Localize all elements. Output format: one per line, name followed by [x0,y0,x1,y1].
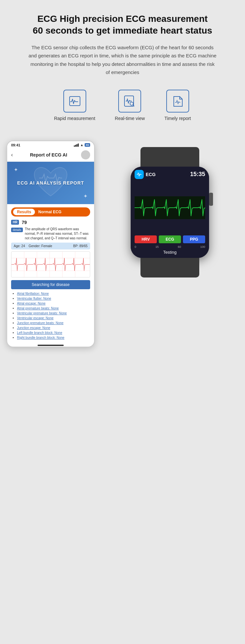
watch-buttons-row: HRV ECG PPG [135,235,205,243]
phone-bottom-bar [7,344,94,347]
patient-info-box: Age: 24 Gender: Female BP: 89/65 [11,243,90,249]
disease-link-2[interactable]: Ventricular flutter: None [17,297,51,300]
disease-item-10: Right bundle branch block: None [17,336,90,339]
scale-15: 15 [155,245,159,248]
phone-avatar [81,150,90,159]
disease-link-9[interactable]: Left bundle branch block: None [17,331,62,335]
search-disease-button[interactable]: Searching for disease [11,280,90,289]
page-description: The ECG sensor chip collects the ECG wav… [28,43,217,77]
ecg-chart [11,251,90,277]
signal-bar-1 [74,145,75,147]
phone-status-icons: ▲ 4G [74,143,90,147]
disease-list: Atrial fibrillation: None Ventricular fl… [11,292,90,339]
scale-60: 60 [178,245,181,248]
watch-container: ECG 15:35 HRV ECG [101,141,238,258]
disease-link-4[interactable]: Atrial premature beats: None [17,307,59,310]
hr-row: HR 79 [11,220,90,225]
feature-timely-report: Timely report [164,90,191,121]
details-badge[interactable]: details [11,228,23,232]
details-text: The amplitude of QRS waveform was normal… [25,227,90,241]
watch-top-bar: ECG 15:35 [135,170,205,179]
ecg-waveform-svg [11,252,90,277]
feature-label-2: Real-time view [115,116,145,121]
disease-item-7: Junction premature beats: None [17,321,90,325]
phone-time: 09:41 [11,143,20,147]
phone-status-bar: 09:41 ▲ 4G [7,141,94,148]
disease-link-10[interactable]: Right bundle branch block: None [17,336,64,339]
results-tab[interactable]: Results [13,209,35,215]
watch-ecg-button[interactable]: ECG [159,235,181,243]
watch-crown [209,193,213,206]
disease-item-5: Ventricular premature beats: None [17,311,90,315]
disease-link-1[interactable]: Atrial fibrillation: None [17,292,49,295]
watch-ecg-icon [136,172,142,177]
report-icon [171,95,184,108]
scale-100: 100 [200,245,205,248]
disease-item-2: Ventricular flutter: None [17,297,90,300]
sparkle-2: ✦ [83,193,88,199]
svg-point-2 [130,102,133,105]
signal-bars [74,143,79,147]
scale-0: 0 [135,245,136,248]
disease-link-3[interactable]: Atrial escape: None [17,302,45,305]
disease-link-8[interactable]: Junction escape: None [17,326,50,330]
normal-ecg-label: Normal ECG [38,210,61,214]
watch-testing-label: Testing [135,250,205,255]
feature-rapid-measurement: Rapid measurement [54,90,95,121]
feature-realtime-view: Real-time view [115,90,145,121]
feature-label-3: Timely report [164,116,191,121]
watch-ecg-label: ECG [146,172,155,177]
search-ecg-icon [123,95,136,108]
sparkle-1: ✦ [14,167,18,173]
details-row: details The amplitude of QRS waveform wa… [11,227,90,241]
phone-ecg-banner: ✦ ✦ ECG AI ANALYSIS REPORT [7,162,94,204]
phone-nav-title: Report of ECG AI [16,152,81,157]
network-badge: 4G [85,143,90,147]
disease-link-6[interactable]: Ventricular escape: None [17,316,54,320]
phone-mockup: 09:41 ▲ 4G ‹ Report of ECG AI [7,141,95,347]
top-section: ECG High precision ECG measurement 60 se… [0,0,245,141]
phone-body: Results Normal ECG HR 79 details The amp… [7,204,94,344]
watch-hrv-button[interactable]: HRV [135,235,157,243]
watch-body: ECG 15:35 HRV ECG [131,167,209,258]
disease-link-7[interactable]: Junction premature beats: None [17,321,63,325]
hr-badge: HR [11,220,19,225]
patient-age-gender: Age: 24 Gender: Female [14,244,52,248]
disease-item-3: Atrial escape: None [17,302,90,305]
watch-screen: ECG 15:35 HRV ECG [131,167,209,258]
disease-item-8: Junction escape: None [17,326,90,330]
features-row: Rapid measurement Real-time view [13,90,232,121]
home-indicator [38,345,64,346]
ecg-chart-icon [68,95,81,108]
wifi-icon: ▲ [80,143,83,147]
watch-scale-row: 0 15 60 100 [135,245,205,248]
back-button[interactable]: ‹ [11,152,13,158]
signal-bar-2 [75,145,76,147]
disease-item-6: Ventricular escape: None [17,316,90,320]
results-bar: Results Normal ECG [11,207,90,217]
hr-value: 79 [22,220,27,225]
disease-item-9: Left bundle branch block: None [17,331,90,335]
watch-band-bottom [140,255,199,277]
watch-app-icon [135,170,144,179]
realtime-view-icon-box [118,90,141,112]
patient-bp: BP: 89/65 [73,244,88,248]
feature-label-1: Rapid measurement [54,116,95,121]
phone-banner-title: ECG AI ANALYSIS REPORT [17,180,84,186]
watch-ecg-area [135,180,205,235]
disease-item-4: Atrial premature beats: None [17,307,90,310]
timely-report-icon-box [166,90,189,112]
phone-watch-section: 09:41 ▲ 4G ‹ Report of ECG AI [0,141,245,360]
watch-ecg-waveform [135,196,205,219]
signal-bar-3 [76,144,77,147]
disease-link-5[interactable]: Ventricular premature beats: None [17,311,67,315]
watch-ppg-button[interactable]: PPG [183,235,205,243]
page-title: ECG High precision ECG measurement 60 se… [13,13,232,37]
signal-bar-4 [78,143,79,147]
phone-nav: ‹ Report of ECG AI [7,148,94,162]
disease-item-1: Atrial fibrillation: None [17,292,90,295]
rapid-measurement-icon-box [63,90,86,112]
watch-time: 15:35 [190,171,205,178]
